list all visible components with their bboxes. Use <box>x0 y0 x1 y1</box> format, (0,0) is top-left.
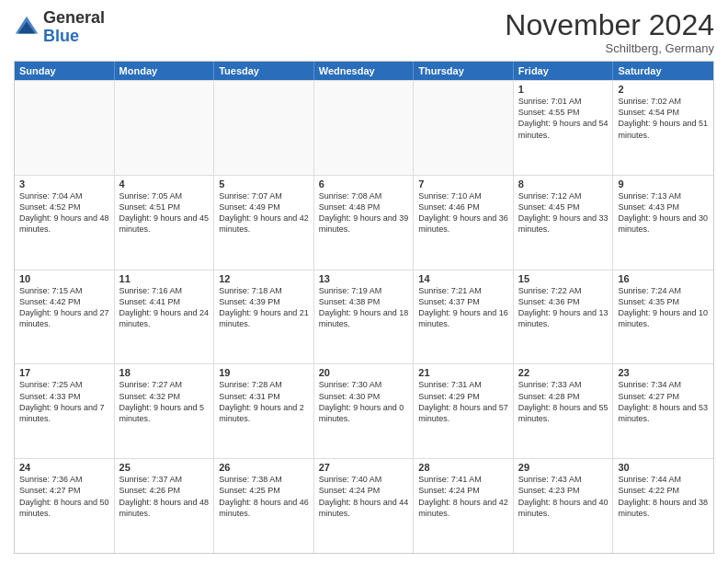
calendar-cell: 4Sunrise: 7:05 AM Sunset: 4:51 PM Daylig… <box>115 176 215 270</box>
day-info: Sunrise: 7:37 AM Sunset: 4:26 PM Dayligh… <box>119 474 210 519</box>
day-info: Sunrise: 7:43 AM Sunset: 4:23 PM Dayligh… <box>518 474 609 519</box>
weekday-header-saturday: Saturday <box>613 62 713 80</box>
day-info: Sunrise: 7:15 AM Sunset: 4:42 PM Dayligh… <box>19 285 109 330</box>
day-number: 30 <box>618 462 709 473</box>
day-info: Sunrise: 7:10 AM Sunset: 4:46 PM Dayligh… <box>418 190 508 236</box>
calendar-cell: 15Sunrise: 7:22 AM Sunset: 4:36 PM Dayli… <box>514 270 614 364</box>
calendar-cell <box>115 81 215 175</box>
day-info: Sunrise: 7:04 AM Sunset: 4:52 PM Dayligh… <box>19 190 109 236</box>
day-number: 1 <box>518 84 609 95</box>
day-info: Sunrise: 7:24 AM Sunset: 4:35 PM Dayligh… <box>618 285 709 330</box>
day-info: Sunrise: 7:40 AM Sunset: 4:24 PM Dayligh… <box>319 474 409 519</box>
day-number: 22 <box>518 367 609 378</box>
calendar-cell <box>314 81 415 175</box>
calendar-cell <box>15 81 115 175</box>
location: Schiltberg, Germany <box>505 41 714 55</box>
day-number: 2 <box>618 84 709 95</box>
day-number: 25 <box>119 462 210 473</box>
day-info: Sunrise: 7:02 AM Sunset: 4:54 PM Dayligh… <box>618 96 709 141</box>
logo-blue: Blue <box>43 27 79 45</box>
day-number: 26 <box>219 462 309 473</box>
header: General Blue November 2024 Schiltberg, G… <box>14 9 714 55</box>
weekday-header-tuesday: Tuesday <box>214 62 314 80</box>
calendar-cell: 18Sunrise: 7:27 AM Sunset: 4:32 PM Dayli… <box>115 364 215 458</box>
day-number: 23 <box>618 367 709 378</box>
calendar-row-5: 24Sunrise: 7:36 AM Sunset: 4:27 PM Dayli… <box>15 458 713 553</box>
weekday-header-thursday: Thursday <box>414 62 514 80</box>
day-number: 10 <box>19 273 109 284</box>
day-info: Sunrise: 7:12 AM Sunset: 4:45 PM Dayligh… <box>518 190 609 236</box>
day-number: 5 <box>219 178 309 190</box>
day-number: 28 <box>418 462 508 473</box>
calendar-body: 1Sunrise: 7:01 AM Sunset: 4:55 PM Daylig… <box>15 80 713 553</box>
day-info: Sunrise: 7:21 AM Sunset: 4:37 PM Dayligh… <box>418 285 508 330</box>
day-info: Sunrise: 7:41 AM Sunset: 4:24 PM Dayligh… <box>418 474 508 519</box>
day-number: 4 <box>119 178 210 190</box>
day-info: Sunrise: 7:27 AM Sunset: 4:32 PM Dayligh… <box>119 379 210 424</box>
day-info: Sunrise: 7:44 AM Sunset: 4:22 PM Dayligh… <box>618 474 709 519</box>
calendar-cell: 22Sunrise: 7:33 AM Sunset: 4:28 PM Dayli… <box>514 364 614 458</box>
day-number: 17 <box>19 367 109 378</box>
day-info: Sunrise: 7:36 AM Sunset: 4:27 PM Dayligh… <box>19 474 109 519</box>
calendar-cell: 10Sunrise: 7:15 AM Sunset: 4:42 PM Dayli… <box>15 270 115 364</box>
day-number: 13 <box>319 273 409 284</box>
day-info: Sunrise: 7:22 AM Sunset: 4:36 PM Dayligh… <box>518 285 609 330</box>
day-number: 20 <box>319 367 409 378</box>
day-number: 15 <box>518 273 609 284</box>
day-number: 16 <box>618 273 709 284</box>
calendar-cell <box>214 81 314 175</box>
day-number: 27 <box>319 462 409 473</box>
calendar-cell: 6Sunrise: 7:08 AM Sunset: 4:48 PM Daylig… <box>314 176 415 270</box>
day-info: Sunrise: 7:31 AM Sunset: 4:29 PM Dayligh… <box>418 379 508 424</box>
day-info: Sunrise: 7:19 AM Sunset: 4:38 PM Dayligh… <box>319 285 409 330</box>
calendar-row-4: 17Sunrise: 7:25 AM Sunset: 4:33 PM Dayli… <box>15 363 713 458</box>
day-number: 21 <box>418 367 508 378</box>
day-number: 8 <box>518 178 609 190</box>
calendar-cell: 25Sunrise: 7:37 AM Sunset: 4:26 PM Dayli… <box>115 459 215 553</box>
day-number: 9 <box>618 178 709 190</box>
day-info: Sunrise: 7:33 AM Sunset: 4:28 PM Dayligh… <box>518 379 609 424</box>
calendar-cell: 17Sunrise: 7:25 AM Sunset: 4:33 PM Dayli… <box>15 364 115 458</box>
calendar-cell <box>414 81 514 175</box>
day-info: Sunrise: 7:13 AM Sunset: 4:43 PM Dayligh… <box>618 190 709 236</box>
logo: General Blue <box>14 9 105 46</box>
calendar-cell: 20Sunrise: 7:30 AM Sunset: 4:30 PM Dayli… <box>314 364 415 458</box>
calendar-cell: 28Sunrise: 7:41 AM Sunset: 4:24 PM Dayli… <box>414 459 514 553</box>
day-info: Sunrise: 7:05 AM Sunset: 4:51 PM Dayligh… <box>119 190 210 236</box>
generalblue-logo-icon <box>14 15 40 40</box>
calendar-cell: 16Sunrise: 7:24 AM Sunset: 4:35 PM Dayli… <box>613 270 713 364</box>
day-number: 3 <box>19 178 109 190</box>
day-info: Sunrise: 7:28 AM Sunset: 4:31 PM Dayligh… <box>219 379 309 424</box>
calendar-cell: 3Sunrise: 7:04 AM Sunset: 4:52 PM Daylig… <box>15 176 115 270</box>
calendar-cell: 19Sunrise: 7:28 AM Sunset: 4:31 PM Dayli… <box>214 364 314 458</box>
calendar-cell: 8Sunrise: 7:12 AM Sunset: 4:45 PM Daylig… <box>514 176 614 270</box>
calendar-cell: 26Sunrise: 7:38 AM Sunset: 4:25 PM Dayli… <box>214 459 314 553</box>
day-info: Sunrise: 7:18 AM Sunset: 4:39 PM Dayligh… <box>219 285 309 330</box>
day-info: Sunrise: 7:34 AM Sunset: 4:27 PM Dayligh… <box>618 379 709 424</box>
calendar-cell: 13Sunrise: 7:19 AM Sunset: 4:38 PM Dayli… <box>314 270 415 364</box>
calendar-cell: 21Sunrise: 7:31 AM Sunset: 4:29 PM Dayli… <box>414 364 514 458</box>
day-number: 6 <box>319 178 409 190</box>
calendar-cell: 11Sunrise: 7:16 AM Sunset: 4:41 PM Dayli… <box>115 270 215 364</box>
page: General Blue November 2024 Schiltberg, G… <box>0 0 728 563</box>
day-info: Sunrise: 7:30 AM Sunset: 4:30 PM Dayligh… <box>319 379 409 424</box>
day-number: 29 <box>518 462 609 473</box>
day-number: 18 <box>119 367 210 378</box>
weekday-header-sunday: Sunday <box>15 62 115 80</box>
calendar-cell: 23Sunrise: 7:34 AM Sunset: 4:27 PM Dayli… <box>613 364 713 458</box>
day-number: 11 <box>119 273 210 284</box>
calendar-cell: 7Sunrise: 7:10 AM Sunset: 4:46 PM Daylig… <box>414 176 514 270</box>
calendar-cell: 29Sunrise: 7:43 AM Sunset: 4:23 PM Dayli… <box>514 459 614 553</box>
logo-general: General <box>43 8 105 27</box>
day-info: Sunrise: 7:16 AM Sunset: 4:41 PM Dayligh… <box>119 285 210 330</box>
calendar-cell: 30Sunrise: 7:44 AM Sunset: 4:22 PM Dayli… <box>613 459 713 553</box>
day-info: Sunrise: 7:38 AM Sunset: 4:25 PM Dayligh… <box>219 474 309 519</box>
calendar-cell: 2Sunrise: 7:02 AM Sunset: 4:54 PM Daylig… <box>613 81 713 175</box>
month-title: November 2024 <box>505 9 714 41</box>
calendar-cell: 24Sunrise: 7:36 AM Sunset: 4:27 PM Dayli… <box>15 459 115 553</box>
calendar-cell: 27Sunrise: 7:40 AM Sunset: 4:24 PM Dayli… <box>314 459 415 553</box>
logo-text: General Blue <box>43 9 105 46</box>
day-number: 24 <box>19 462 109 473</box>
weekday-header-monday: Monday <box>115 62 215 80</box>
day-number: 7 <box>418 178 508 190</box>
